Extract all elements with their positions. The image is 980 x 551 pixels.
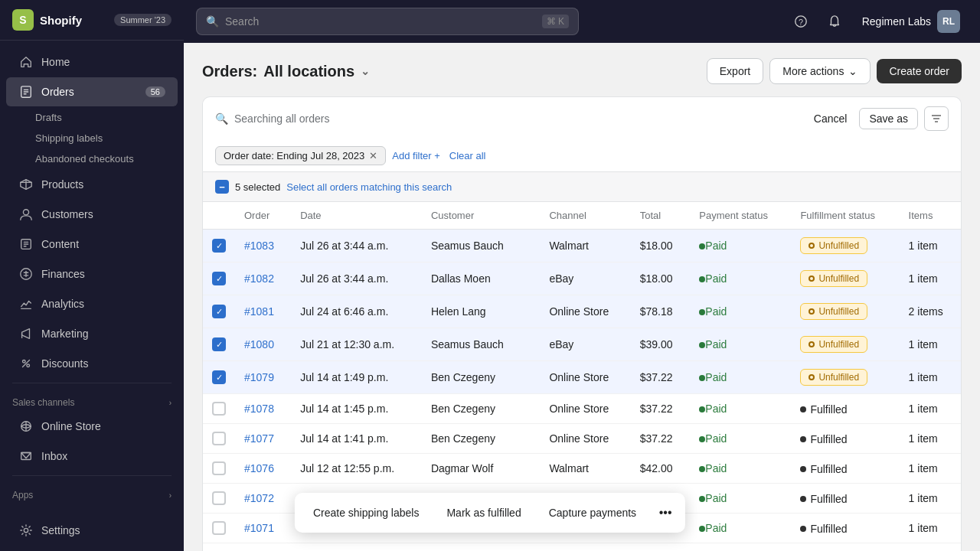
help-button[interactable]: ? xyxy=(787,8,815,35)
home-icon xyxy=(18,54,34,70)
table-header: Order Date Customer Channel Total Paymen… xyxy=(203,202,961,230)
content-icon xyxy=(18,236,34,252)
sidebar-header: S Shopify Summer '23 xyxy=(0,0,184,41)
order-items-1076: 1 item xyxy=(900,454,961,484)
svg-point-18 xyxy=(27,364,30,367)
notifications-button[interactable] xyxy=(821,8,848,35)
order-date-1080: Jul 21 at 12:30 a.m. xyxy=(291,328,422,361)
select-all-checkbox[interactable] xyxy=(215,180,229,194)
order-link-1071[interactable]: #1071 xyxy=(244,522,274,534)
order-channel-1079: Online Store xyxy=(540,361,630,394)
sidebar-item-abandoned-checkouts[interactable]: Abandoned checkouts xyxy=(35,148,184,169)
row-checkbox-1082[interactable] xyxy=(212,272,226,285)
order-link-1078[interactable]: #1078 xyxy=(244,403,274,415)
row-checkbox-1072[interactable] xyxy=(212,491,226,505)
row-checkbox-1071[interactable] xyxy=(212,521,226,535)
orders-badge: 56 xyxy=(145,86,165,97)
filter-cancel-button[interactable]: Cancel xyxy=(808,109,854,128)
sidebar-item-drafts[interactable]: Drafts xyxy=(35,107,184,128)
sidebar-item-home[interactable]: Home xyxy=(6,47,178,77)
add-filter-button[interactable]: Add filter + xyxy=(392,150,440,161)
sidebar-item-products[interactable]: Products xyxy=(6,170,178,199)
sidebar-item-customers[interactable]: Customers xyxy=(6,200,178,229)
search-bar[interactable]: 🔍 ⌘ K xyxy=(196,8,579,35)
order-payment-1071: Paid xyxy=(690,514,791,543)
export-button[interactable]: Export xyxy=(707,58,763,84)
row-checkbox-1077[interactable] xyxy=(212,432,226,445)
order-link-1072[interactable]: #1072 xyxy=(244,492,274,504)
order-total-1079: $37.22 xyxy=(631,361,691,394)
sidebar-item-discounts[interactable]: Discounts xyxy=(6,349,178,378)
row-checkbox-1081[interactable] xyxy=(212,305,226,318)
more-actions-button[interactable]: More actions ⌄ xyxy=(769,58,871,84)
table-row: #1080Jul 21 at 12:30 a.m.Seamus BaucheBa… xyxy=(203,328,961,361)
topbar-right: ? Regimen Labs RL xyxy=(787,5,968,37)
order-link-1079[interactable]: #1079 xyxy=(244,371,274,383)
filter-tag-remove-icon[interactable]: ✕ xyxy=(369,150,377,161)
selection-bar: 5 selected Select all orders matching th… xyxy=(203,172,961,202)
order-fulfillment-1082: Unfulfilled xyxy=(791,262,899,295)
order-link-1077[interactable]: #1077 xyxy=(244,432,274,445)
page-header: Orders: All locations ⌄ Export More acti… xyxy=(202,58,962,84)
order-fulfillment-1072: Fulfilled xyxy=(791,484,899,514)
sidebar-item-shipping-labels[interactable]: Shipping labels xyxy=(35,128,184,148)
table-row: #1078Jul 14 at 1:45 p.m.Ben CzegenyOnlin… xyxy=(203,394,961,424)
row-checkbox-1079[interactable] xyxy=(212,370,226,384)
order-channel-1076: Walmart xyxy=(540,454,630,484)
row-checkbox-1078[interactable] xyxy=(212,402,226,416)
order-link-1081[interactable]: #1081 xyxy=(244,305,274,318)
shopify-logo-icon: S xyxy=(12,9,34,31)
th-items: Items xyxy=(900,202,961,230)
select-all-link[interactable]: Select all orders matching this search xyxy=(286,181,452,193)
capture-payments-button[interactable]: Capture payments xyxy=(537,499,648,527)
row-checkbox-1083[interactable] xyxy=(212,239,226,253)
row-checkbox-1080[interactable] xyxy=(212,337,226,351)
order-customer-1082: Dallas Moen xyxy=(422,262,540,295)
sidebar-item-online-store[interactable]: Online Store xyxy=(6,412,178,441)
svg-point-17 xyxy=(23,360,26,364)
clear-all-button[interactable]: Clear all xyxy=(449,150,486,161)
bottom-more-button[interactable]: ••• xyxy=(652,499,679,527)
table-row: #1082Jul 26 at 3:44 a.m.Dallas MoeneBay$… xyxy=(203,262,961,295)
products-icon xyxy=(18,177,34,192)
sidebar-item-content[interactable]: Content xyxy=(6,230,178,259)
sidebar-item-orders[interactable]: Orders 56 xyxy=(6,77,178,106)
sidebar: S Shopify Summer '23 Home Orders 56 Draf… xyxy=(0,0,184,551)
sidebar-item-finances[interactable]: Finances xyxy=(6,259,178,289)
sidebar-item-analytics[interactable]: Analytics xyxy=(6,289,178,318)
row-checkbox-1076[interactable] xyxy=(212,461,226,475)
order-fulfillment-1076: Fulfilled xyxy=(791,454,899,484)
sidebar-item-settings[interactable]: Settings xyxy=(6,516,178,545)
discounts-icon xyxy=(18,356,34,371)
user-button[interactable]: Regimen Labs RL xyxy=(854,5,968,37)
order-link-1082[interactable]: #1082 xyxy=(244,272,274,285)
th-channel: Channel xyxy=(540,202,630,230)
order-link-1076[interactable]: #1076 xyxy=(244,462,274,474)
filter-search-input[interactable] xyxy=(234,112,802,125)
user-avatar: RL xyxy=(937,10,960,33)
order-channel-1077: Online Store xyxy=(540,424,630,454)
save-as-button[interactable]: Save as xyxy=(859,108,918,129)
search-input[interactable] xyxy=(225,15,536,28)
sidebar-item-marketing[interactable]: Marketing xyxy=(6,319,178,348)
order-payment-1079: Paid xyxy=(690,361,791,394)
order-payment-1080: Paid xyxy=(690,328,791,361)
order-items-1080: 1 item xyxy=(900,328,961,361)
sidebar-item-online-store-label: Online Store xyxy=(41,420,165,432)
location-dropdown-button[interactable]: All locations ⌄ xyxy=(263,63,370,80)
sidebar-item-inbox[interactable]: Inbox xyxy=(6,442,178,471)
mark-as-fulfilled-button[interactable]: Mark as fulfilled xyxy=(434,499,533,527)
create-order-button[interactable]: Create order xyxy=(877,59,962,83)
sidebar-item-marketing-label: Marketing xyxy=(41,328,165,340)
sort-button[interactable] xyxy=(924,106,949,131)
order-items-1078: 1 item xyxy=(900,394,961,424)
order-link-1080[interactable]: #1080 xyxy=(244,338,274,350)
orders-icon xyxy=(18,84,34,99)
create-shipping-labels-button[interactable]: Create shipping labels xyxy=(301,499,432,527)
order-link-1083[interactable]: #1083 xyxy=(244,240,274,252)
order-payment-1078: Paid xyxy=(690,394,791,424)
active-filter-tag[interactable]: Order date: Ending Jul 28, 2023 ✕ xyxy=(215,146,386,165)
th-order: Order xyxy=(235,202,291,230)
order-channel-1080: eBay xyxy=(540,328,630,361)
order-date-1083: Jul 26 at 3:44 a.m. xyxy=(291,230,422,262)
